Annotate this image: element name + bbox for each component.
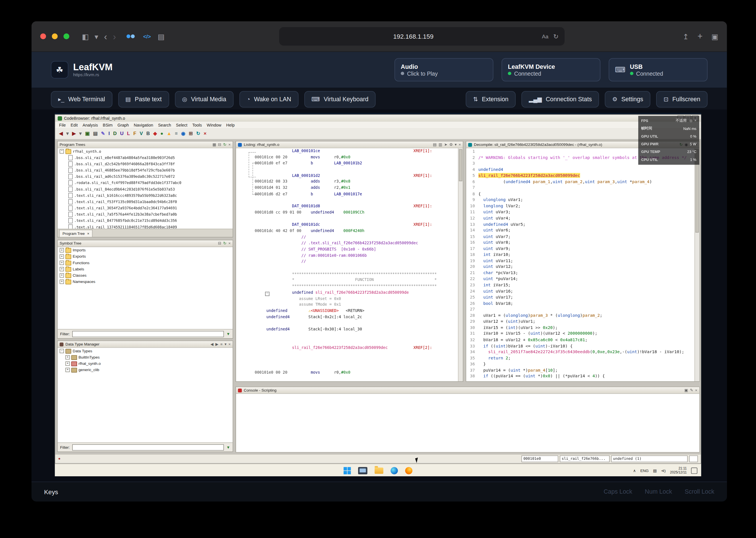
toolbar-icon[interactable]: ◉: [181, 132, 186, 136]
decompile-line[interactable]: 37 puVar14 = (uint *)param_4[10];: [467, 367, 695, 373]
listing-line[interactable]: [236, 351, 456, 357]
tree-item[interactable]: .text.sli_rail_1374592111046517f85d6d608…: [58, 224, 233, 229]
symbol-tree-item-labels[interactable]: +Labels: [58, 266, 233, 272]
close-icon[interactable]: ×: [695, 389, 697, 393]
listing-line[interactable]: DAT_000101dc XREF[1]:: [236, 222, 456, 228]
decompile-line[interactable]: 38 if ((puVar14 == (uint *)0x0) || (*puV…: [467, 373, 695, 379]
panel-tool-icon[interactable]: ≡: [220, 342, 223, 346]
decompile-line[interactable]: 6 (undefined4 param_1,uint param_2,uint …: [467, 179, 695, 185]
symbol-tree-item-imports[interactable]: +Imports: [58, 247, 233, 253]
close-window-button[interactable]: [40, 33, 46, 39]
decompile-line[interactable]: 16 uint uVar8;: [467, 240, 695, 245]
decompile-line[interactable]: 12 uint uVar4;: [467, 215, 695, 221]
menu-edit[interactable]: Edit: [71, 123, 78, 128]
dtm-header[interactable]: Data Type Manager ◀▶≡▾×: [58, 341, 233, 348]
toolbar-icon[interactable]: ◀: [59, 132, 63, 136]
ghidra-titlebar[interactable]: CodeBrowser: rfhal:/rfhal_synth.o –□×: [55, 115, 701, 122]
panel-tool-icon[interactable]: ⊟: [218, 242, 221, 245]
filter-funnel-icon[interactable]: ▼: [226, 332, 230, 336]
menu-tools[interactable]: Tools: [192, 123, 202, 128]
console-output[interactable]: [236, 394, 699, 452]
toolbar-icon[interactable]: ◆: [153, 132, 157, 136]
tree-item[interactable]: .text.sli_rail_3654f2a9376e4bdd7e2c36417…: [58, 205, 233, 211]
listing-line[interactable]: [236, 357, 456, 363]
new-tab-icon[interactable]: +: [697, 32, 703, 41]
expander-icon[interactable]: −: [60, 349, 64, 353]
volume-icon[interactable]: ⊲): [661, 468, 666, 473]
listing-line[interactable]: 000101ce 00 20 movs r0,#0x0: [236, 154, 456, 161]
decompile-line[interactable]: 35 return 2;: [467, 355, 695, 361]
dtm-item[interactable]: +generic_clib: [58, 367, 233, 373]
decompile-line[interactable]: 7: [467, 185, 695, 191]
listing-line[interactable]: 000101d2 08 33 adds r3,#0x8: [236, 179, 456, 185]
listing-line[interactable]: [236, 197, 456, 204]
menu-file[interactable]: File: [59, 123, 66, 128]
decompile-line[interactable]: 21 char *pcVar13;: [467, 270, 695, 276]
listing-line[interactable]: undefined4 Stack[-0x2c]:4 local_2c: [236, 314, 456, 320]
tree-item[interactable]: .bss.sli_rail_46885ee79bb18df54fe729cfba…: [58, 167, 233, 174]
toolbar-icon[interactable]: ▾: [66, 132, 69, 136]
panel-tool-icon[interactable]: ↻: [223, 242, 226, 245]
listing-line[interactable]: 000101d8 cc 09 01 00 undefined4 000109CC…: [236, 210, 456, 216]
tree-item[interactable]: .bss.sli_rail_d2c542bf069f46066a28f843ca…: [58, 161, 233, 167]
expander-icon[interactable]: +: [65, 368, 70, 372]
panel-tool-icon[interactable]: ⚙: [449, 143, 453, 147]
toolbar-icon[interactable]: ↻: [196, 132, 200, 136]
decompile-line[interactable]: 36 }: [467, 361, 695, 367]
menu-search[interactable]: Search: [158, 123, 171, 128]
toolbar-icon[interactable]: ×: [204, 132, 206, 136]
share-icon[interactable]: ↥: [682, 33, 689, 40]
clock[interactable]: 21:11 2025/12/11: [670, 467, 687, 474]
symbol-tree-item-functions[interactable]: +Functions: [58, 260, 233, 266]
listing-line[interactable]: 000101dc 40 42 0f 00 undefined4 000F4240…: [236, 228, 456, 234]
button-fullscreen[interactable]: ⊡Fullscreen: [656, 91, 707, 107]
reload-icon[interactable]: ↻: [553, 33, 559, 39]
listing-line[interactable]: [236, 167, 456, 173]
tree-item[interactable]: .rodata.sli_rail_fc4f997ed88f479adfdd3de…: [58, 180, 233, 186]
listing-line[interactable]: [236, 333, 456, 339]
chevron-down-icon[interactable]: ▾: [95, 33, 98, 40]
extension-dots-icon[interactable]: [127, 33, 136, 40]
listing-line[interactable]: assume LRset = 0x0: [236, 296, 456, 302]
button-web-terminal[interactable]: ▸_Web Terminal: [51, 91, 112, 107]
forward-icon[interactable]: ›: [113, 32, 116, 41]
symbol-tree-item-classes[interactable]: +Classes: [58, 272, 233, 279]
extension-code-icon[interactable]: </>: [143, 33, 151, 39]
listing-line[interactable]: 000101d0 ef e7 b LAB_000101b2: [236, 161, 456, 167]
tab-overview-icon[interactable]: ▣: [711, 33, 718, 40]
close-icon[interactable]: ×: [87, 232, 89, 236]
translate-icon[interactable]: Aa: [542, 33, 548, 39]
tree-item[interactable]: .text.sli_rail_f53ff135c009d31a1baa0dc94…: [58, 199, 233, 205]
decompile-line[interactable]: 24 uint uVar16;: [467, 288, 695, 294]
listing-line[interactable]: assume TMode = 0x1: [236, 302, 456, 308]
console-header[interactable]: Console - Scripting ▣✎×: [236, 387, 699, 394]
dtm-root[interactable]: −Data Types: [58, 348, 233, 354]
decompile-line[interactable]: 9 ulonglong uVar1;: [467, 197, 695, 203]
listing-line[interactable]: [236, 216, 456, 222]
dtm-item[interactable]: +rfhal_synth.o: [58, 360, 233, 367]
decompile-line[interactable]: 10 longlong lVar2;: [467, 203, 695, 209]
menu-select[interactable]: Select: [176, 123, 188, 128]
toolbar-icon[interactable]: V: [140, 132, 143, 136]
decompile-line[interactable]: 18 int iVar10;: [467, 252, 695, 258]
dtm-item[interactable]: +BuiltInTypes: [58, 354, 233, 360]
decompile-line[interactable]: 29 uVar12 = (uint)uVar1;: [467, 318, 695, 324]
expander-icon[interactable]: −: [60, 149, 64, 154]
decompile-line[interactable]: 15 uint uVar7;: [467, 234, 695, 240]
symbol-filter-input[interactable]: [72, 331, 224, 337]
listing-line[interactable]: [236, 265, 456, 271]
listing-line[interactable]: undefined ⚠<UNASSIGNED> <RETURN>: [236, 308, 456, 314]
decompile-line[interactable]: 17 uint uVar9;: [467, 245, 695, 251]
page-layout-icon[interactable]: ▤: [158, 33, 164, 40]
panel-tool-icon[interactable]: ↻: [223, 143, 226, 147]
tab-program-tree[interactable]: Program Tree ×: [59, 230, 93, 237]
toolbar-icon[interactable]: L: [127, 132, 130, 136]
listing-line[interactable]: // .text.sli_rail_f26e766b4223f258d2a3ac…: [236, 241, 456, 247]
decompile-scrollbar[interactable]: [695, 148, 699, 381]
tree-item-root[interactable]: −rfhal_synth.o: [58, 148, 233, 154]
listing-line[interactable]: //: [236, 259, 456, 265]
listing-line[interactable]: ****************************************…: [236, 284, 456, 290]
menu-analysis[interactable]: Analysis: [82, 123, 98, 128]
decompile-line[interactable]: 13 undefined4 uVar5;: [467, 221, 695, 227]
button-paste-text[interactable]: ▤Paste text: [118, 91, 169, 107]
